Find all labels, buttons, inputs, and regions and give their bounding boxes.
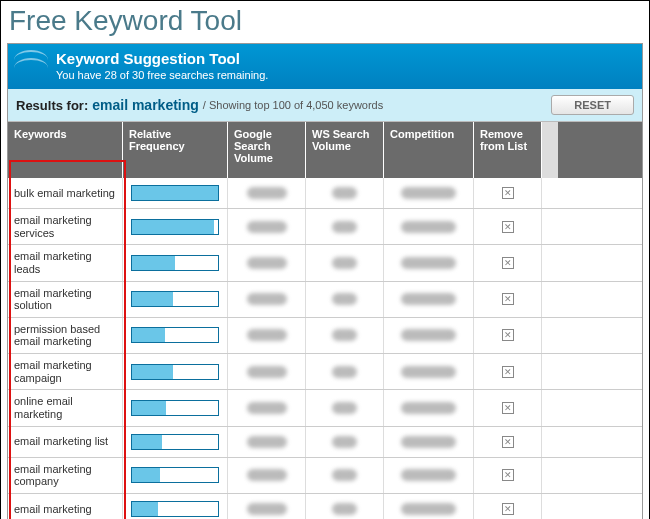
table-row: online email marketing✕ [8,390,642,426]
tool-header-sub: You have 28 of 30 free searches remainin… [56,69,634,81]
competition-cell [384,318,474,353]
reset-button[interactable]: RESET [551,95,634,115]
competition-cell [384,209,474,244]
google-volume-cell [228,354,306,389]
ws-volume-cell [306,354,384,389]
results-sub: / Showing top 100 of 4,050 keywords [203,99,383,111]
table-row: email marketing services✕ [8,209,642,245]
remove-cell: ✕ [474,245,542,280]
page-title: Free Keyword Tool [1,1,649,43]
table-row: email marketing list✕ [8,427,642,458]
frequency-cell [123,458,228,493]
frequency-cell [123,318,228,353]
ws-volume-cell [306,209,384,244]
remove-cell: ✕ [474,354,542,389]
frequency-cell [123,427,228,457]
google-volume-cell [228,245,306,280]
ws-volume-cell [306,494,384,519]
competition-cell [384,354,474,389]
frequency-cell [123,245,228,280]
remove-icon[interactable]: ✕ [502,503,514,515]
frequency-cell [123,390,228,425]
ws-volume-cell [306,282,384,317]
table-row: email marketing leads✕ [8,245,642,281]
remove-cell: ✕ [474,494,542,519]
remove-icon[interactable]: ✕ [502,187,514,199]
results-grid: Keywords Relative Frequency Google Searc… [8,122,642,519]
remove-cell: ✕ [474,178,542,208]
remove-cell: ✕ [474,390,542,425]
google-volume-cell [228,494,306,519]
col-remove[interactable]: Remove from List [474,122,542,178]
keyword-cell: email marketing services [8,209,123,244]
google-volume-cell [228,282,306,317]
keyword-cell: email marketing solution [8,282,123,317]
keyword-cell: email marketing leads [8,245,123,280]
col-keywords[interactable]: Keywords [8,122,123,178]
ws-volume-cell [306,318,384,353]
tool-header: Keyword Suggestion Tool You have 28 of 3… [8,44,642,89]
wave-icon [14,50,48,76]
col-frequency[interactable]: Relative Frequency [123,122,228,178]
keyword-cell: email marketing list [8,427,123,457]
keyword-cell: email marketing [8,494,123,519]
keyword-cell: email marketing company [8,458,123,493]
ws-volume-cell [306,390,384,425]
table-row: email marketing campaign✕ [8,354,642,390]
ws-volume-cell [306,245,384,280]
remove-cell: ✕ [474,318,542,353]
col-competition[interactable]: Competition [384,122,474,178]
frequency-cell [123,354,228,389]
ws-volume-cell [306,427,384,457]
remove-icon[interactable]: ✕ [502,329,514,341]
competition-cell [384,282,474,317]
ws-volume-cell [306,178,384,208]
table-row: bulk email marketing✕ [8,178,642,209]
competition-cell [384,458,474,493]
table-row: email marketing solution✕ [8,282,642,318]
table-header: Keywords Relative Frequency Google Searc… [8,122,642,178]
frequency-cell [123,494,228,519]
google-volume-cell [228,458,306,493]
google-volume-cell [228,427,306,457]
google-volume-cell [228,178,306,208]
competition-cell [384,390,474,425]
table-row: email marketing✕ [8,494,642,519]
keyword-cell: permission based email marketing [8,318,123,353]
table-row: email marketing company✕ [8,458,642,494]
remove-cell: ✕ [474,427,542,457]
remove-cell: ✕ [474,209,542,244]
keyword-cell: bulk email marketing [8,178,123,208]
competition-cell [384,178,474,208]
col-google[interactable]: Google Search Volume [228,122,306,178]
frequency-cell [123,209,228,244]
frequency-cell [123,178,228,208]
remove-icon[interactable]: ✕ [502,257,514,269]
remove-icon[interactable]: ✕ [502,293,514,305]
ws-volume-cell [306,458,384,493]
competition-cell [384,427,474,457]
remove-icon[interactable]: ✕ [502,221,514,233]
remove-cell: ✕ [474,282,542,317]
keyword-cell: email marketing campaign [8,354,123,389]
tool-header-title: Keyword Suggestion Tool [56,50,634,67]
competition-cell [384,245,474,280]
frequency-cell [123,282,228,317]
remove-cell: ✕ [474,458,542,493]
remove-icon[interactable]: ✕ [502,366,514,378]
table-row: permission based email marketing✕ [8,318,642,354]
keyword-cell: online email marketing [8,390,123,425]
remove-icon[interactable]: ✕ [502,469,514,481]
google-volume-cell [228,390,306,425]
results-label: Results for: [16,98,88,113]
results-term: email marketing [92,97,199,113]
results-bar: Results for: email marketing / Showing t… [8,89,642,122]
competition-cell [384,494,474,519]
remove-icon[interactable]: ✕ [502,402,514,414]
google-volume-cell [228,318,306,353]
col-ws[interactable]: WS Search Volume [306,122,384,178]
google-volume-cell [228,209,306,244]
remove-icon[interactable]: ✕ [502,436,514,448]
